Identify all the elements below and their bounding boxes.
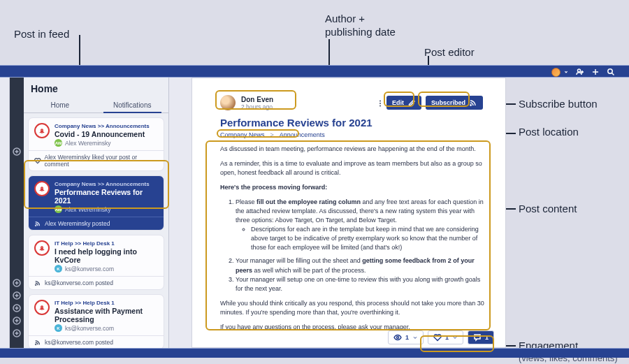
author-avatar-tiny: AW — [55, 205, 62, 213]
sidebar: Home Home Notifications Company News >> … — [24, 78, 169, 348]
post-li2: Your manager will be filling out the she… — [236, 256, 484, 275]
pencil-icon — [407, 99, 416, 107]
post-li1: Please fill out the employee rating colu… — [236, 198, 484, 252]
mid-gap — [169, 78, 191, 348]
label-post-location: Post location — [519, 126, 579, 139]
post-p5: If you have any questions on the process… — [220, 323, 484, 330]
feed-card[interactable]: IT Help >> Help Desk 1I need help loggin… — [28, 235, 164, 290]
rail-icon-4[interactable] — [13, 316, 21, 325]
publish-date: 2 hours ago — [241, 103, 273, 110]
chevron-down-icon — [412, 335, 418, 340]
label-subscribe-button: Subscribe button — [519, 98, 598, 111]
feed-card[interactable]: Company News >> AnnouncementsPerformance… — [28, 175, 164, 231]
edit-button-label: Edit — [392, 99, 404, 106]
left-rail — [10, 78, 24, 348]
tab-home[interactable]: Home — [24, 97, 96, 112]
chevron-down-icon[interactable] — [563, 69, 569, 75]
post-meta: Don Even 2 hours ago — [220, 95, 273, 110]
rail-icon-2[interactable] — [13, 291, 21, 300]
rss-icon — [34, 339, 41, 346]
current-user-avatar[interactable] — [551, 68, 561, 77]
rss-icon — [469, 99, 477, 107]
broadcast-icon — [34, 181, 50, 196]
rail-icon-5[interactable] — [13, 329, 21, 337]
comments-count: 1 — [485, 334, 489, 341]
sidebar-heading: Home — [24, 78, 168, 97]
author-avatar-tiny: K — [55, 324, 62, 332]
sidebar-tabs: Home Notifications — [24, 97, 168, 113]
likes-count: 1 — [445, 334, 449, 341]
breadcrumb-b[interactable]: Announcements — [280, 131, 325, 138]
search-icon[interactable] — [607, 68, 615, 76]
engagement-bar: 1 1 1 — [388, 330, 494, 344]
feed-card-author: AWAlex Wereminsky — [55, 205, 158, 213]
post-content: As discussed in team meeting, performanc… — [220, 145, 484, 330]
author-name: Don Even — [241, 96, 273, 103]
feed-card-category: Company News >> Announcements — [55, 123, 158, 129]
rss-icon — [34, 279, 41, 286]
feed-card-author: AWAlex Wereminsky — [55, 139, 158, 147]
rail-icon-1[interactable] — [13, 279, 21, 287]
author-avatar-tiny: AW — [55, 139, 62, 147]
label-post-editor: Post editor — [424, 46, 475, 59]
app-bottombar — [0, 348, 629, 358]
app-topbar — [0, 65, 629, 78]
feed-list: Company News >> AnnouncementsCovid - 19 … — [24, 117, 168, 348]
feed-card-category: IT Help >> Help Desk 1 — [55, 240, 158, 247]
eye-icon — [393, 333, 402, 342]
feed-card-title: Covid - 19 Announcement — [55, 130, 158, 138]
feed-card-title: Performance Reviews for 2021 — [55, 188, 158, 205]
author-avatar[interactable] — [220, 95, 236, 110]
post-p2: As a reminder, this is a time to evaluat… — [220, 159, 484, 177]
feed-card-author: Kks@konverse.com — [55, 265, 158, 272]
post-p4: While you should think critically as you… — [220, 299, 484, 317]
plus-icon[interactable] — [591, 68, 600, 76]
tab-notifications[interactable]: Notifications — [96, 97, 169, 112]
rss-icon — [34, 220, 41, 227]
feed-card[interactable]: IT Help >> Help Desk 1Assistance with Pa… — [28, 294, 164, 348]
breadcrumb-a[interactable]: Company News — [220, 131, 265, 138]
comments-stat[interactable]: 1 — [468, 330, 494, 344]
chevron-down-icon — [452, 335, 458, 340]
broadcast-icon — [34, 240, 50, 256]
heart-icon — [433, 333, 442, 342]
kebab-menu-icon[interactable] — [376, 99, 384, 108]
outer-left-band — [0, 78, 10, 348]
post-li1-sub: Descriptions for each are in the templat… — [251, 225, 484, 252]
broadcast-icon — [34, 300, 50, 315]
feed-card-category: Company News >> Announcements — [55, 181, 158, 187]
label-post-content: Post content — [519, 203, 577, 216]
rail-icon-3[interactable] — [13, 304, 21, 312]
post-panel: Don Even 2 hours ago Edit Subscribed Per… — [191, 78, 506, 348]
heart-icon — [34, 157, 41, 164]
feed-card[interactable]: Company News >> AnnouncementsCovid - 19 … — [28, 117, 164, 171]
edit-button[interactable]: Edit — [386, 96, 421, 110]
feed-card-footer: ks@konverse.com posted — [29, 335, 164, 348]
feed-card-title: I need help logging into KvCore — [55, 247, 158, 264]
views-count: 1 — [405, 334, 409, 341]
comment-icon — [473, 333, 482, 342]
breadcrumb-sep: > — [270, 131, 274, 138]
feed-card-title: Assistance with Payment Processing — [55, 307, 158, 323]
views-stat[interactable]: 1 — [388, 330, 424, 344]
subscribe-button-label: Subscribed — [431, 99, 465, 106]
likes-stat[interactable]: 1 — [428, 330, 463, 344]
label-author-date: Author +publishing date — [325, 13, 396, 39]
rail-add-icon[interactable] — [13, 147, 21, 156]
label-post-in-feed: Post in feed — [14, 28, 69, 41]
author-avatar-tiny: K — [55, 265, 62, 272]
feed-card-footer: Alex Wereminsky posted — [29, 217, 164, 230]
feed-card-footer: Alex Wereminsky liked your post or comme… — [29, 150, 164, 170]
post-li3: Your manager will setup one on one-time … — [236, 275, 484, 293]
feed-card-category: IT Help >> Help Desk 1 — [55, 300, 158, 306]
post-p1: As discussed in team meeting, performanc… — [220, 145, 484, 154]
feed-card-footer: ks@konverse.com posted — [29, 276, 164, 289]
breadcrumb: Company News > Announcements — [220, 131, 325, 138]
broadcast-icon — [34, 123, 50, 138]
add-person-icon[interactable] — [576, 68, 584, 76]
post-p3: Here's the process moving forward: — [220, 183, 484, 192]
feed-card-author: Kks@konverse.com — [55, 324, 158, 332]
subscribe-button[interactable]: Subscribed — [426, 96, 483, 110]
post-title: Performance Reviews for 2021 — [220, 117, 373, 129]
